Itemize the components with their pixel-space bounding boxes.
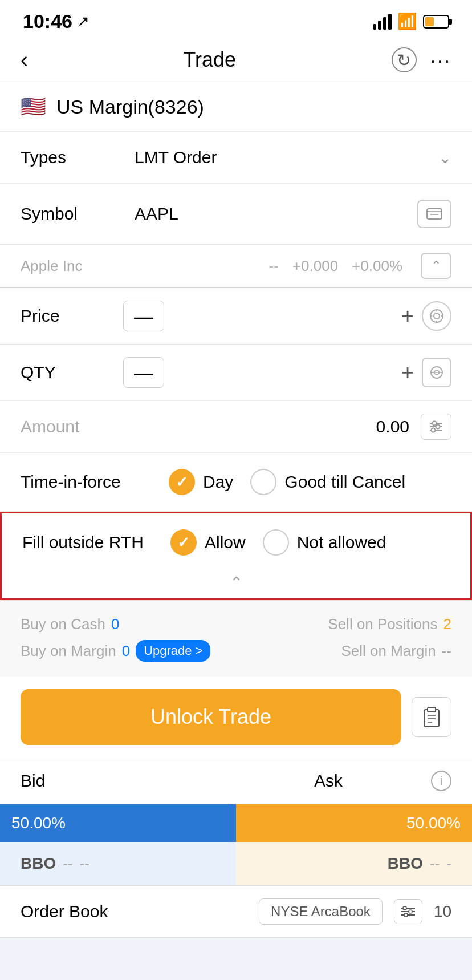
qty-increment-button[interactable]: + xyxy=(393,358,422,387)
bbo-left: BBO -- -- xyxy=(0,842,236,885)
good-till-cancel-option[interactable]: Good till Cancel xyxy=(250,469,405,495)
buy-on-margin-label: Buy on Margin xyxy=(21,642,116,660)
back-button[interactable]: ‹ xyxy=(21,48,28,72)
account-row: 🇺🇸 US Margin(8326) xyxy=(0,82,472,132)
price-row: Price — + xyxy=(0,288,472,345)
time-in-force-row: Time-in-force Day Good till Cancel xyxy=(0,453,472,512)
time-in-force-label: Time-in-force xyxy=(21,472,169,492)
qty-label: QTY xyxy=(21,363,123,382)
fill-outside-rth-section: Fill outside RTH Allow Not allowed ⌃ xyxy=(0,512,472,600)
clipboard-icon-button[interactable] xyxy=(412,697,451,737)
symbol-value: AAPL xyxy=(135,204,417,224)
location-icon: ↗ xyxy=(77,13,89,30)
good-till-cancel-label: Good till Cancel xyxy=(284,472,405,492)
collapse-up-arrow-icon: ⌃ xyxy=(230,574,243,592)
svg-point-25 xyxy=(403,906,406,910)
buy-on-margin-value: 0 xyxy=(122,642,130,660)
wifi-icon: 📶 xyxy=(397,12,417,31)
collapse-chart-button[interactable]: ⌃ xyxy=(421,253,451,279)
svg-rect-18 xyxy=(428,707,436,712)
upgrade-button[interactable]: Upgrade > xyxy=(136,640,210,662)
allow-option[interactable]: Allow xyxy=(170,529,246,556)
bbo-right-label: BBO xyxy=(388,855,423,873)
no-data-section: -No Data- xyxy=(0,938,472,980)
qty-row: QTY — + xyxy=(0,345,472,401)
info-grid-row1: Buy on Cash 0 Sell on Positions 2 xyxy=(21,612,451,637)
order-book-title: Order Book xyxy=(21,902,247,921)
symbol-row[interactable]: Symbol AAPL xyxy=(0,184,472,245)
order-book-count: 10 xyxy=(434,902,451,921)
status-time: 10:46 xyxy=(23,10,72,33)
buy-on-cash-item: Buy on Cash 0 xyxy=(21,615,119,633)
bid-label: Bid xyxy=(21,771,226,791)
allow-radio[interactable] xyxy=(170,529,197,556)
bbo-right: BBO -- - xyxy=(236,842,472,885)
not-allowed-option[interactable]: Not allowed xyxy=(263,529,386,556)
sell-on-margin-label: Sell on Margin xyxy=(341,642,436,660)
bbo-row: BBO -- -- BBO -- - xyxy=(0,842,472,886)
svg-point-26 xyxy=(409,910,412,913)
filter-icon-button[interactable] xyxy=(394,899,422,924)
chevron-up-icon: ⌃ xyxy=(431,258,441,273)
svg-point-16 xyxy=(432,428,436,432)
buy-on-margin-item: Buy on Margin 0 Upgrade > xyxy=(21,640,210,662)
sell-on-margin-item: Sell on Margin -- xyxy=(341,640,451,662)
sell-on-positions-value: 2 xyxy=(443,615,451,633)
price-increment-button[interactable]: + xyxy=(393,302,422,330)
bid-pct-text: 50.00% xyxy=(11,814,66,832)
svg-point-14 xyxy=(433,422,437,426)
not-allowed-radio[interactable] xyxy=(263,529,289,556)
status-bar: 10:46 ↗ 📶 xyxy=(0,0,472,38)
sell-on-positions-item: Sell on Positions 2 xyxy=(328,615,451,633)
battery-icon xyxy=(423,15,449,29)
apple-dash: -- xyxy=(269,257,279,275)
time-in-force-options: Day Good till Cancel xyxy=(169,469,405,495)
price-target-icon[interactable] xyxy=(422,301,451,331)
percentage-bar: 50.00% 50.00% xyxy=(0,804,472,842)
amount-sliders-icon[interactable] xyxy=(421,414,451,440)
types-dropdown[interactable]: ⌄ xyxy=(438,148,451,167)
symbol-search-icon[interactable] xyxy=(417,200,451,228)
refresh-icon: ↻ xyxy=(397,50,411,70)
types-row[interactable]: Types LMT Order ⌄ xyxy=(0,132,472,184)
nav-header: ‹ Trade ↻ ··· xyxy=(0,38,472,82)
status-icons: 📶 xyxy=(373,12,449,31)
svg-point-3 xyxy=(430,310,443,322)
more-button[interactable]: ··· xyxy=(430,49,451,71)
signal-bars xyxy=(373,14,392,30)
order-book-header: Order Book NYSE ArcaBook 10 xyxy=(0,886,472,938)
ask-label: Ask xyxy=(226,771,431,791)
info-grid-row2: Buy on Margin 0 Upgrade > Sell on Margin… xyxy=(21,637,451,665)
ask-pct-text: 50.00% xyxy=(406,814,461,832)
bid-ask-header: Bid Ask i xyxy=(0,758,472,804)
price-decrement-button[interactable]: — xyxy=(123,301,164,331)
account-name: US Margin(8326) xyxy=(56,96,204,118)
bbo-right-value: - xyxy=(446,855,451,873)
refresh-button[interactable]: ↻ xyxy=(392,47,417,72)
day-option[interactable]: Day xyxy=(169,469,233,495)
collapse-arrow-container: ⌃ xyxy=(2,572,470,598)
unlock-trade-button[interactable]: Unlock Trade xyxy=(21,689,401,745)
fill-outside-rth-row: Fill outside RTH Allow Not allowed xyxy=(2,513,470,572)
bbo-left-label: BBO xyxy=(21,855,56,873)
symbol-label: Symbol xyxy=(21,204,135,224)
exchange-selector[interactable]: NYSE ArcaBook xyxy=(259,898,383,925)
chevron-down-icon: ⌄ xyxy=(438,148,451,167)
bid-percentage: 50.00% xyxy=(0,804,236,842)
day-label: Day xyxy=(203,472,233,492)
fill-outside-label: Fill outside RTH xyxy=(22,533,170,552)
amount-label: Amount xyxy=(21,417,376,436)
day-radio[interactable] xyxy=(169,469,195,495)
bid-ask-info-icon[interactable]: i xyxy=(431,771,451,791)
apple-row: Apple Inc -- +0.000 +0.00% ⌃ xyxy=(0,245,472,288)
nav-actions: ↻ ··· xyxy=(392,47,451,72)
svg-point-15 xyxy=(436,425,440,429)
price-label: Price xyxy=(21,306,123,326)
apple-name: Apple Inc xyxy=(21,257,262,275)
qty-decrement-button[interactable]: — xyxy=(123,357,164,388)
good-till-cancel-radio[interactable] xyxy=(250,469,276,495)
allow-label: Allow xyxy=(205,533,246,552)
qty-calculator-icon[interactable] xyxy=(422,358,451,387)
apple-change1: +0.000 xyxy=(292,257,338,275)
not-allowed-label: Not allowed xyxy=(297,533,386,552)
